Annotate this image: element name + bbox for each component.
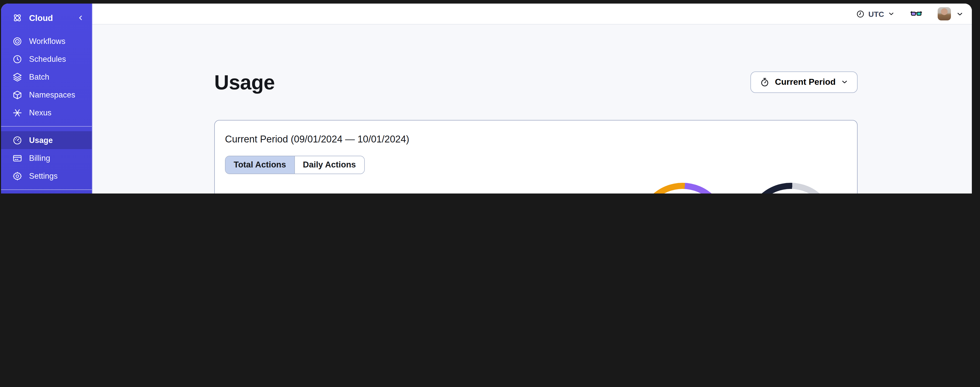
bar-label: Activities bbox=[225, 193, 270, 194]
app-window: Cloud Workflows Schedules bbox=[1, 3, 972, 194]
tab-daily-actions[interactable]: Daily Actions bbox=[294, 156, 364, 173]
labs-glasses-icon[interactable] bbox=[910, 8, 922, 20]
sidebar-divider bbox=[1, 126, 92, 126]
sidebar-item-nexus[interactable]: Nexus bbox=[1, 104, 92, 122]
schedules-icon bbox=[12, 54, 22, 64]
sidebar: Cloud Workflows Schedules bbox=[1, 3, 92, 194]
usage-meter-icon bbox=[12, 135, 22, 145]
sidebar-item-label: Schedules bbox=[29, 54, 66, 64]
chevron-down-icon bbox=[841, 78, 848, 86]
sidebar-item-namespaces[interactable]: Namespaces bbox=[1, 86, 92, 104]
chevron-down-icon bbox=[888, 10, 895, 18]
sidebar-item-label: Workflows bbox=[29, 37, 65, 46]
timezone-label: UTC bbox=[868, 10, 884, 18]
tab-total-actions[interactable]: Total Actions bbox=[226, 156, 294, 173]
nexus-asterisk-icon bbox=[12, 107, 22, 118]
stopwatch-icon bbox=[760, 77, 770, 87]
sidebar-item-label: Nexus bbox=[29, 108, 51, 117]
current-period-card: Current Period (09/01/2024 — 10/01/2024)… bbox=[214, 120, 858, 194]
total-actions-donut: 4.7 MM Total Actions bbox=[638, 182, 727, 194]
sidebar-divider bbox=[1, 189, 92, 190]
temporal-orbit-icon bbox=[12, 13, 22, 23]
sidebar-item-label: Namespaces bbox=[29, 90, 75, 99]
actions-tabs: Total Actions Daily Actions bbox=[225, 155, 364, 174]
sidebar-item-billing[interactable]: Billing bbox=[1, 149, 92, 167]
avatar bbox=[938, 7, 951, 21]
clock-icon bbox=[856, 10, 865, 18]
total-storage-donut: 0 GB/Day Total Storage bbox=[746, 182, 836, 194]
billing-card-icon bbox=[12, 153, 22, 163]
gear-icon bbox=[12, 171, 22, 181]
namespaces-cube-icon bbox=[12, 90, 22, 100]
main-content: Usage Current Period Current Period (09/… bbox=[92, 24, 972, 194]
sidebar-item-schedules[interactable]: Schedules bbox=[1, 50, 92, 68]
sidebar-item-label: Usage bbox=[29, 136, 53, 145]
sidebar-item-batch[interactable]: Batch bbox=[1, 68, 92, 86]
sidebar-brand: Cloud bbox=[1, 3, 92, 32]
period-selector-button[interactable]: Current Period bbox=[751, 72, 858, 93]
sidebar-item-label: Settings bbox=[29, 171, 58, 181]
screen: Cloud Workflows Schedules bbox=[0, 0, 980, 194]
bar-row-activities: Activities 900,000 bbox=[225, 189, 627, 194]
actions-bar-chart: Activities 900,000 Queries 5,000 Signals bbox=[225, 189, 627, 194]
current-period-title: Current Period (09/01/2024 — 10/01/2024) bbox=[225, 133, 847, 146]
topbar: UTC bbox=[92, 3, 972, 24]
sidebar-collapse-icon[interactable] bbox=[76, 14, 85, 22]
sidebar-item-settings[interactable]: Settings bbox=[1, 167, 92, 185]
sidebar-item-usage[interactable]: Usage bbox=[1, 131, 92, 149]
sidebar-item-label: Batch bbox=[29, 72, 49, 82]
period-selector-label: Current Period bbox=[775, 77, 836, 87]
sidebar-item-label: Billing bbox=[29, 154, 50, 163]
page-title: Usage bbox=[214, 71, 275, 93]
sidebar-item-workflows[interactable]: Workflows bbox=[1, 32, 92, 50]
brand-label: Cloud bbox=[29, 13, 70, 23]
bar-value: 900,000 bbox=[577, 193, 627, 194]
account-menu[interactable] bbox=[938, 7, 964, 21]
timezone-selector[interactable]: UTC bbox=[856, 10, 895, 18]
batch-layers-icon bbox=[12, 72, 22, 82]
workflows-icon bbox=[12, 36, 22, 46]
chevron-down-icon bbox=[956, 10, 964, 18]
